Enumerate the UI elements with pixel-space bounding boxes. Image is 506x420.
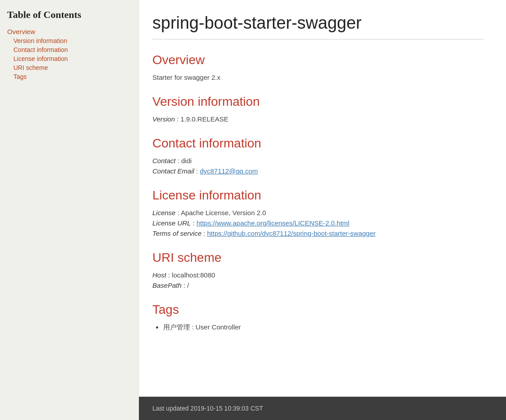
sidebar-item-overview[interactable]: Overview [7,28,131,35]
sidebar-item-version[interactable]: Version information [7,37,131,44]
contact-email-label: Contact Email [152,167,194,175]
version-heading: Version information [152,95,484,109]
basepath-row: BasePath : / [152,281,484,289]
section-version: Version information Version : 1.9.0.RELE… [152,95,484,123]
version-label: Version [152,115,175,123]
license-url-row: License URL : https://www.apache.org/lic… [152,219,484,227]
sidebar-link-version[interactable]: Version information [7,37,131,44]
contact-row: Contact : didi [152,157,484,165]
license-url-label: License URL [152,219,191,227]
tos-separator: : [203,229,207,237]
overview-heading: Overview [152,53,484,67]
section-contact: Contact information Contact : didi Conta… [152,136,484,175]
version-value: 1.9.0.RELEASE [181,115,229,123]
tags-list-item: 用户管理 : User Controller [163,323,484,332]
contact-email-separator: : [196,167,200,175]
section-license: License information License : Apache Lic… [152,188,484,237]
sidebar-item-tags[interactable]: Tags [7,73,131,80]
sidebar-item-license[interactable]: License information [7,55,131,62]
host-value: localhost:8080 [172,271,215,279]
contact-heading: Contact information [152,136,484,151]
sidebar-link-overview[interactable]: Overview [7,28,131,35]
sidebar-link-tags[interactable]: Tags [7,73,131,80]
tags-list: 用户管理 : User Controller [152,323,484,332]
uri-heading: URI scheme [152,251,484,265]
basepath-separator: : [183,281,187,289]
host-row: Host : localhost:8080 [152,271,484,279]
license-label: License [152,209,176,216]
contact-label: Contact [152,157,176,165]
version-row: Version : 1.9.0.RELEASE [152,115,484,123]
license-heading: License information [152,188,484,203]
section-overview: Overview Starter for swagger 2.x [152,53,484,81]
sidebar-link-license[interactable]: License information [7,55,131,62]
toc-title: Table of Contents [7,9,131,21]
footer-text: Last updated 2019-10-15 10:39:03 CST [152,405,263,412]
sidebar-link-contact[interactable]: Contact information [7,46,131,53]
contact-separator: : [177,157,181,165]
tags-heading: Tags [152,303,484,317]
basepath-label: BasePath [152,281,182,289]
footer: Last updated 2019-10-15 10:39:03 CST [139,397,506,420]
contact-email-link[interactable]: dyc87112@qq.com [200,167,258,175]
license-value: Apache License, Version 2.0 [181,209,266,216]
sidebar-item-uri[interactable]: URI scheme [7,64,131,71]
tos-row: Terms of service : https://github.com/dy… [152,229,484,237]
sidebar-nav: Overview Version information Contact inf… [7,28,131,80]
sidebar: Table of Contents Overview Version infor… [0,0,139,420]
sidebar-item-contact[interactable]: Contact information [7,46,131,53]
basepath-value: / [187,281,189,289]
license-url-link[interactable]: https://www.apache.org/licenses/LICENSE-… [196,219,349,227]
host-label: Host [152,271,166,279]
overview-description: Starter for swagger 2.x [152,74,484,81]
license-row: License : Apache License, Version 2.0 [152,209,484,216]
section-uri: URI scheme Host : localhost:8080 BasePat… [152,251,484,289]
version-separator: : [177,115,180,123]
contact-email-row: Contact Email : dyc87112@qq.com [152,167,484,175]
tos-link[interactable]: https://github.com/dyc87112/spring-boot-… [207,229,376,237]
main-content: spring-boot-starter-swagger Overview Sta… [139,0,506,420]
section-tags: Tags 用户管理 : User Controller [152,303,484,332]
contact-value: didi [181,157,191,165]
sidebar-link-uri[interactable]: URI scheme [7,64,131,71]
page-title: spring-boot-starter-swagger [152,13,484,39]
tos-label: Terms of service [152,229,201,237]
